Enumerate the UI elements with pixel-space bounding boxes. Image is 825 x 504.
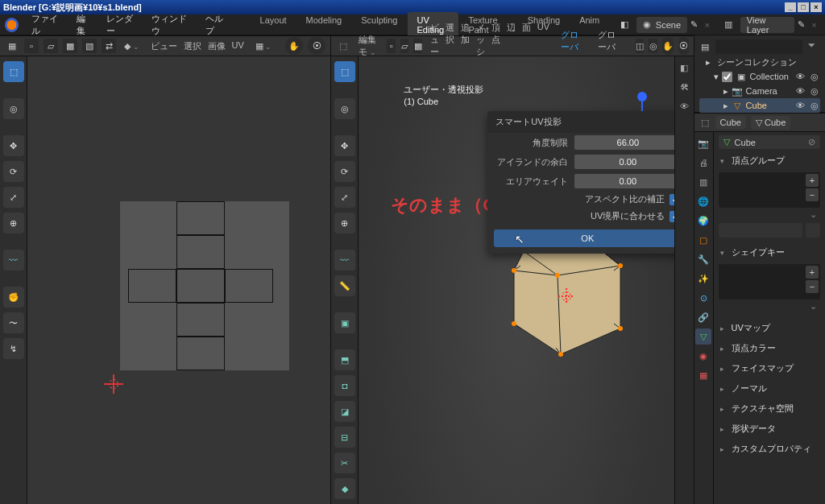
- popup-checkbox-1[interactable]: ✓: [670, 211, 674, 222]
- tool-move[interactable]: ✥: [3, 135, 24, 156]
- window-minimize-button[interactable]: _: [785, 2, 796, 12]
- layer-delete-button[interactable]: ×: [808, 20, 820, 30]
- ptab-world[interactable]: 🌍: [695, 213, 711, 229]
- section-slot2[interactable]: [806, 223, 820, 238]
- props-bc-data[interactable]: ▽ Cube: [751, 116, 790, 130]
- tool3d-polybuild[interactable]: ◆: [334, 478, 355, 499]
- popup-row-value-1[interactable]: 0.00: [574, 155, 674, 169]
- tool3d-inset[interactable]: ◘: [334, 375, 355, 396]
- popup-row-value-2[interactable]: 0.00: [574, 174, 674, 188]
- add-button[interactable]: +: [806, 174, 819, 187]
- ptab-render[interactable]: 📷: [695, 135, 711, 151]
- npanel-view[interactable]: 👁: [676, 98, 692, 114]
- outliner-scene-collection[interactable]: ▸ シーンコレクション: [699, 55, 820, 69]
- add-button[interactable]: +: [806, 266, 819, 279]
- workspace-tab-modeling[interactable]: Modeling: [296, 12, 352, 38]
- props-section-テクスチャ空間[interactable]: テクスチャ空間: [719, 400, 820, 417]
- ptab-viewlayer[interactable]: ▥: [695, 174, 711, 190]
- viewport-canvas[interactable]: ユーザー・透視投影 (1) Cube 🔍 ✥: [359, 56, 674, 504]
- props-section-ノーマル[interactable]: ノーマル: [719, 380, 820, 397]
- props-section-カスタムプロパティ[interactable]: カスタムプロパティ: [719, 440, 820, 457]
- ptab-object[interactable]: ▢: [695, 232, 711, 248]
- section-listbox[interactable]: +−: [719, 264, 820, 300]
- ptab-texture[interactable]: ▦: [695, 367, 711, 383]
- tool-pinch[interactable]: ↯: [3, 338, 24, 359]
- disable-icon[interactable]: ◎: [809, 85, 820, 97]
- npanel-item[interactable]: ◧: [676, 60, 692, 76]
- uv-menu-ビュー[interactable]: ビュー: [147, 39, 180, 54]
- tool-grab[interactable]: ✊: [3, 287, 24, 308]
- outliner-collection[interactable]: ▾ ▣ Collection 👁 ◎: [699, 69, 820, 84]
- tool3d-move[interactable]: ✥: [334, 135, 355, 156]
- tool-transform[interactable]: ⊕: [3, 213, 24, 233]
- view-layer-selector[interactable]: View Layer: [740, 17, 794, 33]
- window-maximize-button[interactable]: □: [798, 2, 809, 12]
- uv-editor-type-icon[interactable]: ▦: [5, 39, 19, 53]
- uv-menu-UV[interactable]: UV: [229, 39, 247, 54]
- mode-selector[interactable]: 編集モ: [355, 32, 382, 60]
- props-section-頂点カラー[interactable]: 頂点カラー: [719, 340, 820, 357]
- uv-menu-画像[interactable]: 画像: [205, 39, 229, 54]
- viewport-zoom-icon[interactable]: ⦿: [678, 37, 689, 55]
- uv-sync-icon[interactable]: ⇄: [102, 39, 116, 53]
- props-section-形状データ[interactable]: 形状データ: [719, 420, 820, 437]
- eye-icon[interactable]: 👁: [794, 85, 806, 97]
- uv-zoom-icon[interactable]: ⦿: [308, 37, 325, 55]
- tool-scale[interactable]: ⤢: [3, 187, 24, 208]
- ptab-particle[interactable]: ✨: [695, 271, 711, 287]
- tool-relax[interactable]: 〜: [3, 312, 24, 333]
- tool-rotate[interactable]: ⟳: [3, 161, 24, 182]
- tool3d-knife[interactable]: ✂: [334, 452, 355, 473]
- ptab-output[interactable]: 🖨: [695, 155, 711, 171]
- scene-new-button[interactable]: ✎: [690, 19, 698, 30]
- npanel-tool[interactable]: 🛠: [676, 79, 692, 95]
- eye-icon[interactable]: 👁: [794, 100, 806, 111]
- props-bc-obj[interactable]: Cube: [715, 116, 746, 129]
- outliner-search-input[interactable]: [715, 39, 802, 54]
- props-section-フェイスマップ[interactable]: フェイスマップ: [719, 360, 820, 377]
- disable-icon[interactable]: ◎: [809, 71, 820, 82]
- disable-icon[interactable]: ◎: [809, 100, 820, 111]
- uv-hand-icon[interactable]: ✋: [285, 37, 303, 55]
- workspace-tab-layout[interactable]: Layout: [251, 12, 296, 38]
- section-listbox[interactable]: +−: [719, 172, 820, 208]
- tool3d-bevel[interactable]: ◪: [334, 401, 355, 422]
- eye-icon[interactable]: 👁: [794, 71, 806, 82]
- popup-checkbox-0[interactable]: ✓: [670, 194, 674, 205]
- ptab-constraint[interactable]: 🔗: [695, 309, 711, 325]
- ptab-material[interactable]: ◉: [695, 348, 711, 364]
- uv-canvas[interactable]: [27, 56, 330, 504]
- props-section-UVマップ[interactable]: UVマップ: [719, 320, 820, 337]
- uv-sticky-selector[interactable]: ◆: [121, 39, 143, 53]
- props-section-頂点グループ[interactable]: 頂点グループ+−⌄: [719, 152, 820, 241]
- mesh-name-field[interactable]: ▽ Cube ⊘: [719, 135, 820, 149]
- xray-icon[interactable]: ◎: [649, 39, 657, 53]
- tool3d-add-cube[interactable]: ▣: [334, 312, 355, 333]
- tool3d-cursor[interactable]: ◎: [334, 98, 355, 119]
- scene-selector[interactable]: ◉ Scene: [636, 17, 687, 33]
- uv-select-mode-face-icon[interactable]: ▩: [63, 39, 77, 53]
- window-close-button[interactable]: ×: [810, 2, 822, 12]
- props-section-シェイプキー[interactable]: シェイプキー+−⌄: [719, 244, 820, 316]
- tool3d-extrude[interactable]: ⬒: [334, 349, 355, 370]
- section-specials-icon[interactable]: ⌄: [719, 300, 820, 313]
- ptab-modifier[interactable]: 🔧: [695, 251, 711, 267]
- viewport-editor-type-icon[interactable]: ⬚: [336, 39, 350, 53]
- select-vertex-icon[interactable]: ▫: [387, 39, 395, 53]
- outliner-type-icon[interactable]: ▤: [699, 41, 711, 52]
- section-slot[interactable]: [719, 223, 802, 238]
- uv-select-mode-vertex-icon[interactable]: ▫: [24, 39, 39, 53]
- uv-select-mode-edge-icon[interactable]: ▱: [44, 39, 58, 53]
- props-type-icon[interactable]: ⬚: [699, 117, 711, 128]
- tool3d-measure[interactable]: 📏: [334, 275, 355, 296]
- uv-image-selector[interactable]: ▦: [252, 39, 276, 53]
- ptab-physics[interactable]: ⊙: [695, 290, 711, 306]
- ptab-scene[interactable]: 🌐: [695, 193, 711, 209]
- collection-enable-checkbox[interactable]: [722, 72, 732, 82]
- remove-button[interactable]: −: [806, 280, 819, 293]
- tool-cursor[interactable]: ◎: [3, 98, 24, 119]
- section-specials-icon[interactable]: ⌄: [719, 208, 820, 221]
- tool3d-annotate[interactable]: 〰: [334, 250, 355, 271]
- outliner-item-cube[interactable]: ▸▽Cube👁◎: [699, 98, 820, 113]
- tool-select-box[interactable]: ⬚: [3, 61, 24, 82]
